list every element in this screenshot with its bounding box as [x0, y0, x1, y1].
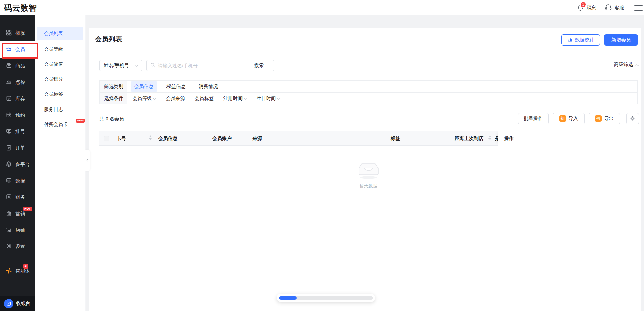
- column-card-number[interactable]: 卡号: [116, 131, 126, 146]
- search-field-value: 姓名/手机号: [104, 63, 129, 69]
- sidebar-item-marketing[interactable]: 营销 HOT: [0, 206, 35, 222]
- sidebar-item-label: 预约: [15, 112, 25, 118]
- submenu-item-member-points[interactable]: 会员积分: [35, 72, 85, 87]
- submenu-item-label: 会员标签: [44, 91, 63, 98]
- sidebar-item-label: 智能体: [15, 268, 30, 274]
- clipboard-icon: [5, 144, 12, 152]
- chevron-down-icon: [153, 96, 156, 100]
- package-icon: [5, 62, 12, 70]
- filter-tab-member-info[interactable]: 会员信息: [131, 81, 157, 92]
- search-input[interactable]: [158, 63, 240, 68]
- top-right-cluster: 1 消息 客服: [576, 0, 643, 15]
- column-label: 卡号: [116, 135, 126, 142]
- sort-card-number[interactable]: [149, 135, 152, 140]
- bag-icon: [5, 210, 12, 218]
- filter-tab-rights-info[interactable]: 权益信息: [163, 81, 189, 92]
- filter-condition-text: 会员来源: [166, 95, 185, 102]
- sidebar-item-queue[interactable]: 排号: [0, 124, 35, 140]
- filter-categories: 会员信息 权益信息 消费情况: [127, 81, 222, 92]
- app-window: 码云数智 1 消息: [0, 0, 644, 311]
- filter-birthday-time[interactable]: 生日时间: [255, 95, 282, 102]
- add-member-label: 新增会员: [611, 37, 631, 43]
- column-label: 距离上次到店: [455, 135, 483, 142]
- sidebar-item-inventory[interactable]: 库存: [0, 91, 35, 107]
- gear-hex-icon: [5, 243, 12, 250]
- submenu-item-member-tags[interactable]: 会员标签: [35, 87, 85, 102]
- sidebar-item-label: 订单: [15, 145, 25, 151]
- batch-operation-button[interactable]: 批量操作: [518, 113, 549, 124]
- filter-condition-text: 会员等级: [133, 95, 152, 102]
- sidebar-collapse-handle[interactable]: [85, 150, 90, 171]
- submenu-item-member-level[interactable]: 会员等级: [35, 42, 85, 57]
- filter-category-label: 筛选类别: [100, 81, 127, 92]
- submenu-item-paid-member-card[interactable]: 付费会员卡 NEW: [35, 117, 85, 132]
- export-button[interactable]: 初 导出: [589, 113, 620, 124]
- chevron-down-icon: [244, 96, 247, 100]
- sidebar-item-cashier[interactable]: 收银台: [0, 296, 35, 311]
- sidebar-item-ordering[interactable]: 点餐: [0, 74, 35, 91]
- sidebar-item-finance[interactable]: 财务: [0, 189, 35, 206]
- export-label: 导出: [604, 116, 614, 122]
- progress-track: [279, 296, 373, 300]
- filter-conditions: 会员等级 会员来源 会员标签 注册时间: [127, 93, 282, 104]
- submenu-item-label: 会员积分: [44, 76, 63, 82]
- cashier-label: 收银台: [16, 300, 30, 307]
- submenu-item-label: 付费会员卡: [44, 121, 68, 128]
- sidebar-item-multiplatform[interactable]: 多平台: [0, 156, 35, 173]
- sidebar-item-label: 排号: [15, 129, 25, 135]
- sidebar-item-label: 店铺: [15, 227, 25, 233]
- sidebar-item-label: 多平台: [15, 161, 30, 168]
- empty-inbox-icon: [358, 161, 380, 180]
- sidebar-item-store[interactable]: 店铺: [0, 222, 35, 238]
- import-label: 导入: [569, 116, 578, 122]
- filter-member-source[interactable]: 会员来源: [164, 95, 187, 102]
- ticket-icon: [5, 128, 12, 135]
- filter-category-row: 筛选类别 会员信息 权益信息 消费情况: [100, 81, 637, 92]
- filter-condition-text: 生日时间: [257, 95, 276, 102]
- import-button[interactable]: 初 导入: [553, 113, 585, 124]
- column-last-visit[interactable]: 距离上次到店: [455, 131, 483, 146]
- add-member-button[interactable]: 新增会员: [604, 34, 638, 46]
- storage-box-icon: [5, 95, 12, 103]
- top-header: 码云数智 1 消息: [0, 0, 644, 15]
- submenu-item-service-log[interactable]: 服务日志: [35, 102, 85, 117]
- sort-last-visit[interactable]: [488, 135, 491, 140]
- column-label: 来源: [252, 135, 262, 142]
- select-all-checkbox[interactable]: [104, 136, 109, 141]
- search-button[interactable]: 搜索: [244, 60, 274, 71]
- column-label: 会员信息: [158, 135, 177, 142]
- messages-button[interactable]: 1 消息: [576, 4, 596, 12]
- sidebar-item-label: 营销: [15, 211, 25, 217]
- filter-member-tag[interactable]: 会员标签: [193, 95, 216, 102]
- sidebar-item-agent[interactable]: 智能体 AI: [0, 263, 35, 280]
- advanced-filter-toggle[interactable]: 高级筛选: [614, 62, 638, 68]
- sidebar-item-overview[interactable]: 概况: [0, 25, 35, 41]
- monitor-chart-icon: [5, 177, 12, 185]
- customer-service-button[interactable]: 客服: [604, 3, 624, 12]
- data-statistics-label: 数据统计: [575, 37, 594, 43]
- sidebar-item-member[interactable]: 会员: [0, 41, 35, 58]
- crown-icon: [5, 46, 12, 53]
- sidebar-item-reservation[interactable]: 预约: [0, 107, 35, 124]
- filter-tab-consumption[interactable]: 消费情况: [195, 81, 222, 92]
- hot-badge: HOT: [23, 207, 32, 211]
- hamburger-menu-icon[interactable]: [634, 4, 643, 12]
- sidebar-item-goods[interactable]: 商品: [0, 58, 35, 74]
- messages-label: 消息: [586, 5, 596, 11]
- submenu-item-label: 会员列表: [44, 30, 63, 37]
- submenu-item-member-list[interactable]: 会员列表: [37, 27, 83, 40]
- search-button-label: 搜索: [254, 63, 264, 69]
- customer-service-label: 客服: [615, 5, 624, 11]
- search-field-select[interactable]: 姓名/手机号: [99, 60, 142, 71]
- grid-icon: [5, 29, 12, 37]
- sidebar-item-settings[interactable]: 设置: [0, 238, 35, 255]
- batch-operation-label: 批量操作: [524, 116, 543, 122]
- column-settings-button[interactable]: [626, 113, 639, 124]
- column-label: 标签: [391, 135, 400, 142]
- sidebar-item-orders[interactable]: 订单: [0, 140, 35, 156]
- filter-member-level[interactable]: 会员等级: [131, 95, 158, 102]
- sidebar-item-data[interactable]: 数据: [0, 173, 35, 189]
- submenu-item-member-stored-value[interactable]: 会员储值: [35, 57, 85, 72]
- data-statistics-button[interactable]: 数据统计: [561, 34, 600, 46]
- filter-register-time[interactable]: 注册时间: [221, 95, 249, 102]
